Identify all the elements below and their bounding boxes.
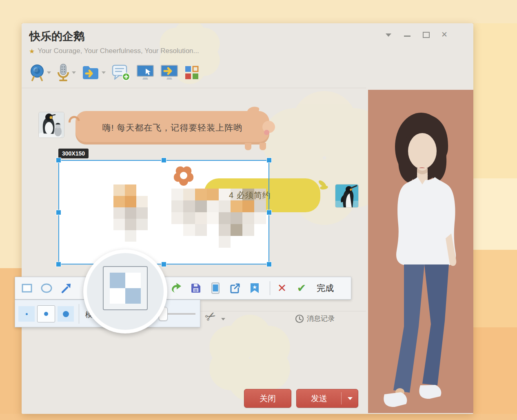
- avatar[interactable]: [335, 184, 358, 207]
- new-message-bubble-icon: [111, 64, 131, 82]
- mosaic-tool[interactable]: [103, 266, 148, 310]
- undo-icon: [170, 282, 182, 294]
- chat-window: 快乐的企鹅 ★ Your Courage, Your Cheerfulness,…: [22, 23, 473, 414]
- star-icon: ★: [29, 47, 35, 55]
- screenshot-editor-toolbar: ★ ✕ ✔ 完成: [15, 277, 351, 300]
- send-button[interactable]: 发送: [296, 389, 358, 408]
- woman-illustration: [368, 90, 473, 413]
- message-history-label: 消息记录: [307, 314, 335, 323]
- king-penguin-photo: [335, 184, 358, 207]
- blur-slider-track[interactable]: [168, 313, 195, 315]
- close-chat-button[interactable]: 关闭: [244, 389, 291, 408]
- send-button-label[interactable]: 发送: [297, 389, 342, 407]
- incoming-message-bubble: 嗨! 每天都在飞，记得要轻装上阵哟: [75, 111, 269, 144]
- undo-tool[interactable]: [170, 282, 182, 294]
- wallpaper-block: [0, 414, 517, 420]
- header-toolbar: [30, 63, 200, 82]
- clock-icon: [295, 314, 304, 323]
- rectangle-tool[interactable]: [21, 282, 33, 294]
- leaf-decoration: [320, 185, 328, 190]
- wallpaper-block: [473, 178, 517, 250]
- bookmark-star-icon: ★: [249, 282, 260, 294]
- video-camera-icon: [30, 64, 45, 82]
- avatar[interactable]: [39, 112, 64, 138]
- microphone-icon: [56, 63, 70, 82]
- send-file-folder-icon: [81, 64, 100, 81]
- phone-icon: [211, 282, 220, 294]
- remote-desktop-icon: [136, 64, 155, 81]
- green-check-icon: ✔: [297, 282, 306, 294]
- desktop: 快乐的企鹅 ★ Your Courage, Your Cheerfulness,…: [0, 0, 517, 420]
- chevron-down-icon[interactable]: [47, 71, 51, 76]
- wallpaper-block: [0, 23, 22, 268]
- svg-text:★: ★: [252, 284, 257, 290]
- selection-border[interactable]: [58, 160, 269, 264]
- red-x-icon: ✕: [277, 282, 287, 294]
- maximize-icon[interactable]: [422, 31, 430, 38]
- selection-handle[interactable]: [267, 158, 271, 162]
- emperor-penguin-photo: [39, 112, 64, 138]
- create-group-button[interactable]: [111, 64, 131, 82]
- panel-divider: [79, 304, 79, 324]
- wallpaper-block: [473, 23, 517, 178]
- brush-size-large[interactable]: [58, 306, 74, 322]
- minimize-icon[interactable]: [404, 31, 411, 38]
- app-grid-icon: [184, 65, 200, 80]
- share-tool[interactable]: [229, 282, 241, 294]
- arrow-tool[interactable]: [60, 282, 72, 294]
- save-tool[interactable]: [190, 282, 202, 294]
- apps-button[interactable]: [184, 65, 200, 80]
- chevron-down-icon[interactable]: [72, 71, 76, 76]
- send-button-divider: [341, 392, 342, 404]
- message-history-button[interactable]: 消息记录: [295, 314, 335, 323]
- remote-desktop-button[interactable]: [136, 64, 155, 81]
- video-call-button[interactable]: [30, 64, 51, 82]
- done-label[interactable]: 完成: [317, 282, 334, 294]
- wallpaper-block: [0, 0, 517, 23]
- theme-illustration: [368, 90, 473, 413]
- selection-handle[interactable]: [56, 210, 61, 215]
- voice-call-button[interactable]: [56, 63, 76, 82]
- selection-size-badge: 300X150: [58, 149, 89, 158]
- scissors-icon[interactable]: ✂: [202, 307, 219, 326]
- contact-name: 快乐的企鹅: [29, 29, 84, 44]
- mosaic-checker-icon: [110, 273, 141, 304]
- chevron-down-icon[interactable]: [221, 318, 225, 322]
- toolbar-divider: [270, 281, 270, 295]
- brush-size-small[interactable]: [18, 306, 35, 322]
- rectangle-icon: [21, 282, 33, 294]
- ellipse-tool[interactable]: [40, 282, 53, 294]
- send-file-button[interactable]: [81, 64, 106, 81]
- arrow-icon: [60, 282, 72, 294]
- brush-size-medium[interactable]: [37, 305, 55, 322]
- ellipse-icon: [40, 282, 53, 294]
- chevron-down-icon[interactable]: [102, 71, 106, 76]
- selection-handle[interactable]: [162, 262, 166, 267]
- window-menu-arrow-icon[interactable]: [385, 31, 392, 38]
- screen-share-icon: [160, 64, 179, 81]
- wallpaper-block: [473, 327, 517, 420]
- close-icon[interactable]: ✕: [441, 31, 448, 38]
- cancel-button[interactable]: ✕: [276, 282, 288, 294]
- selection-handle[interactable]: [56, 158, 61, 162]
- wallpaper-block: [473, 250, 517, 327]
- incoming-message-text: 嗨! 每天都在飞，记得要轻装上阵哟: [75, 111, 269, 144]
- screen-share-button[interactable]: [160, 64, 179, 81]
- selection-handle[interactable]: [162, 158, 166, 162]
- selection-handle[interactable]: [267, 210, 271, 215]
- selection-handle[interactable]: [56, 262, 61, 267]
- chevron-down-icon[interactable]: [348, 397, 353, 402]
- confirm-button[interactable]: ✔: [295, 282, 308, 294]
- save-floppy-icon: [190, 282, 202, 294]
- window-controls: ✕: [385, 31, 448, 38]
- share-icon: [229, 282, 241, 294]
- signature-text: Your Courage, Your Cheerfulness, Your Re…: [38, 47, 199, 55]
- contact-signature: ★ Your Courage, Your Cheerfulness, Your …: [29, 47, 199, 55]
- selection-handle[interactable]: [267, 262, 271, 267]
- favorite-tool[interactable]: ★: [249, 282, 261, 294]
- send-to-phone-tool[interactable]: [209, 282, 222, 294]
- header-divider: [22, 88, 366, 88]
